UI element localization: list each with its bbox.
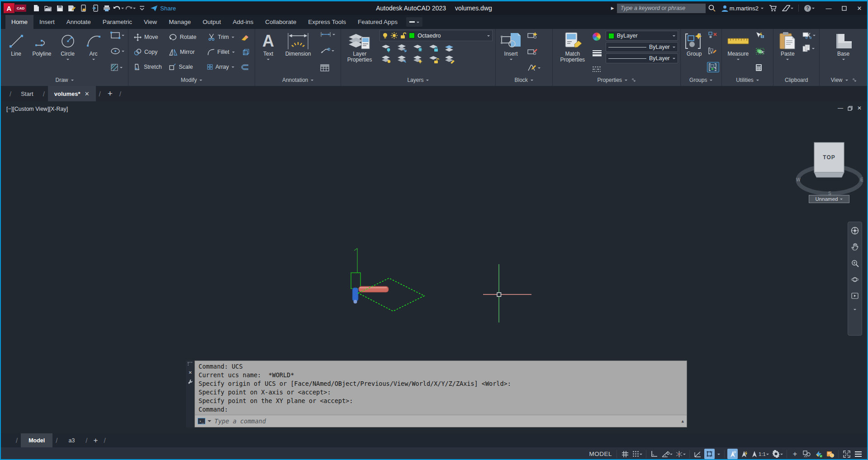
rotate-button[interactable]: Rotate — [166, 32, 205, 42]
chevron-down-icon[interactable] — [737, 59, 740, 62]
chevron-down-icon[interactable] — [786, 59, 789, 62]
create-block-button[interactable] — [526, 31, 542, 40]
array-button[interactable]: Array — [204, 62, 237, 72]
insert-block-button[interactable]: Insert — [498, 30, 524, 62]
chevron-down-icon[interactable] — [232, 37, 234, 39]
app-store-button[interactable] — [766, 1, 779, 15]
search-input[interactable] — [617, 4, 706, 13]
layer-unlock-all-icon[interactable] — [428, 55, 439, 64]
paste-button[interactable]: Paste — [776, 30, 799, 62]
chevron-down-icon[interactable] — [670, 454, 673, 456]
redo-button[interactable] — [125, 3, 136, 14]
open-file-button[interactable] — [43, 3, 53, 14]
chevron-down-icon[interactable] — [332, 50, 334, 53]
save-as-button[interactable] — [66, 3, 77, 14]
base-button[interactable]: Base — [831, 30, 856, 62]
undo-button[interactable] — [113, 3, 124, 14]
mirror-button[interactable]: Mirror — [166, 47, 204, 57]
chevron-down-icon[interactable] — [780, 454, 783, 456]
viewcube[interactable]: W S E TOP — [793, 123, 868, 200]
tab-insert[interactable]: Insert — [33, 15, 61, 29]
chevron-down-icon[interactable] — [92, 59, 95, 62]
drag-grip-icon[interactable] — [188, 362, 193, 365]
edit-attributes-button[interactable] — [526, 63, 542, 72]
app-menu-button[interactable]: A CAD — [4, 3, 26, 13]
layer-off-icon[interactable] — [381, 55, 392, 64]
line-button[interactable]: Line — [3, 30, 29, 57]
copy-clip-button[interactable] — [801, 43, 817, 53]
help-button[interactable]: ? — [801, 1, 817, 15]
polyline-button[interactable]: Polyline — [29, 30, 55, 57]
command-prompt-icon[interactable]: ›_ — [198, 418, 205, 424]
layer-change-icon[interactable] — [444, 55, 455, 64]
command-input[interactable] — [213, 417, 679, 425]
layer-isolate-icon[interactable] — [381, 43, 392, 52]
layer-unisolate-icon[interactable] — [397, 43, 408, 52]
command-close-icon[interactable]: ✕ — [189, 369, 192, 375]
chevron-down-icon[interactable] — [332, 34, 335, 37]
chevron-down-icon[interactable] — [812, 8, 815, 10]
new-file-button[interactable] — [31, 3, 42, 14]
search-button[interactable] — [706, 1, 718, 15]
chevron-down-icon[interactable] — [510, 59, 512, 62]
annotation-monitor-button[interactable]: + — [790, 449, 800, 459]
copy-button[interactable]: Copy — [131, 47, 166, 57]
close-button[interactable]: ✕ — [852, 1, 867, 15]
annotation-visibility-button[interactable] — [727, 449, 738, 459]
tab-home[interactable]: Home — [5, 15, 33, 29]
layer-match-icon[interactable] — [397, 55, 408, 64]
recent-commands-icon[interactable] — [208, 420, 211, 424]
panel-label-clipboard[interactable]: Clipboard — [773, 74, 819, 86]
snap-mode-button[interactable] — [631, 449, 643, 459]
layout-tab-a3[interactable]: a3 — [61, 433, 82, 447]
tab-add-ins[interactable]: Add-ins — [227, 15, 259, 29]
trim-button[interactable]: Trim — [205, 32, 237, 42]
hardware-acceleration-button[interactable] — [825, 449, 835, 459]
group-edit-button[interactable] — [707, 47, 719, 55]
minimize-button[interactable]: — — [821, 1, 836, 15]
object-snap-menu[interactable] — [716, 449, 721, 459]
tab-output[interactable]: Output — [197, 15, 227, 29]
ungroup-button[interactable] — [707, 31, 719, 39]
quick-select-button[interactable] — [754, 31, 766, 39]
circle-button[interactable]: Circle — [55, 30, 81, 62]
navbar-menu-button[interactable] — [849, 305, 861, 313]
model-tab[interactable]: Model — [21, 433, 52, 447]
plot-button[interactable] — [101, 3, 112, 14]
isometric-drafting-button[interactable] — [675, 449, 687, 459]
chevron-down-icon[interactable] — [812, 48, 815, 51]
drawing-viewport[interactable]: [−][Custom View][X-Ray] — ✕ — [1, 101, 867, 433]
chevron-down-icon[interactable] — [487, 35, 490, 38]
chevron-down-icon[interactable] — [66, 59, 69, 62]
offset-button[interactable] — [237, 63, 252, 71]
object-color-select[interactable]: ByLayer — [606, 31, 678, 41]
lineweight-select[interactable]: ByLayer — [606, 42, 678, 52]
edit-block-button[interactable] — [526, 47, 542, 56]
orbit-button[interactable] — [849, 273, 861, 286]
panel-label-draw[interactable]: Draw — [1, 74, 128, 86]
ortho-mode-button[interactable] — [649, 449, 659, 459]
quick-calculator-button[interactable] — [754, 63, 766, 72]
layer-make-current-icon[interactable] — [444, 43, 455, 52]
scale-button[interactable]: Scale — [166, 62, 204, 72]
quick-calc-select-button[interactable] — [754, 47, 766, 56]
chevron-down-icon[interactable] — [766, 454, 769, 456]
explode-button[interactable] — [238, 47, 252, 57]
save-button[interactable] — [54, 3, 65, 14]
ellipse-button[interactable] — [109, 47, 126, 56]
panel-label-block[interactable]: Block — [496, 74, 552, 86]
viewcube-cube[interactable]: TOP — [814, 142, 844, 177]
command-customize-wrench-icon[interactable] — [188, 379, 193, 384]
table-button[interactable] — [319, 63, 337, 72]
annotation-autoscale-button[interactable] — [739, 449, 749, 459]
chevron-down-icon[interactable] — [640, 454, 642, 456]
layer-selector[interactable]: Octaedro — [379, 30, 493, 41]
chevron-down-icon[interactable] — [538, 67, 541, 70]
panel-label-view[interactable]: View — [820, 74, 867, 86]
panel-label-properties[interactable]: Properties — [553, 74, 680, 86]
tab-manage[interactable]: Manage — [163, 15, 197, 29]
chevron-down-icon[interactable] — [267, 59, 270, 62]
tab-annotate[interactable]: Annotate — [61, 15, 97, 29]
clean-screen-button[interactable] — [841, 449, 852, 459]
fillet-button[interactable]: Fillet — [204, 47, 238, 57]
